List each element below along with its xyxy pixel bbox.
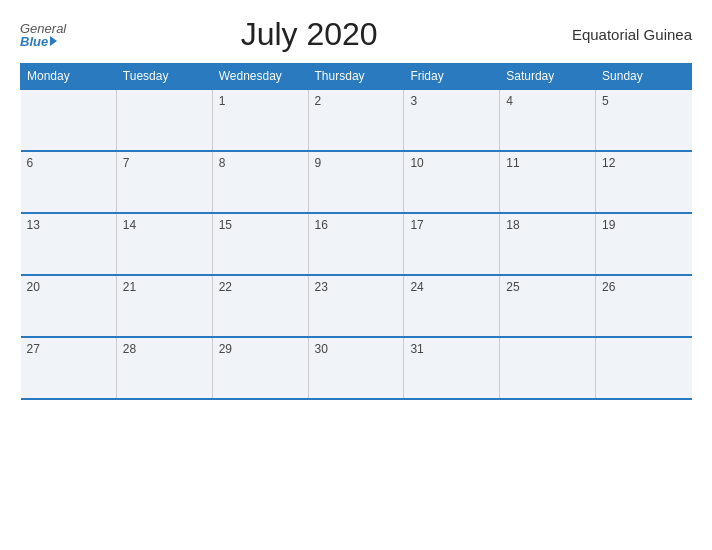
- calendar-day-cell: 25: [500, 275, 596, 337]
- logo: General Blue: [20, 22, 66, 48]
- day-number: 31: [410, 342, 423, 356]
- day-number: 10: [410, 156, 423, 170]
- calendar-day-cell: 5: [596, 89, 692, 151]
- calendar-day-cell: 24: [404, 275, 500, 337]
- day-number: 29: [219, 342, 232, 356]
- day-number: 1: [219, 94, 226, 108]
- weekday-header-cell: Saturday: [500, 64, 596, 90]
- logo-triangle-icon: [50, 36, 57, 46]
- day-number: 18: [506, 218, 519, 232]
- day-number: 28: [123, 342, 136, 356]
- calendar-table: MondayTuesdayWednesdayThursdayFridaySatu…: [20, 63, 692, 400]
- calendar-header: MondayTuesdayWednesdayThursdayFridaySatu…: [21, 64, 692, 90]
- weekday-header-cell: Sunday: [596, 64, 692, 90]
- calendar-day-cell: 21: [116, 275, 212, 337]
- calendar-day-cell: 19: [596, 213, 692, 275]
- calendar-week-row: 6789101112: [21, 151, 692, 213]
- calendar-day-cell: 13: [21, 213, 117, 275]
- day-number: 11: [506, 156, 519, 170]
- weekday-header-cell: Friday: [404, 64, 500, 90]
- day-number: 27: [27, 342, 40, 356]
- day-number: 23: [315, 280, 328, 294]
- day-number: 24: [410, 280, 423, 294]
- calendar-week-row: 13141516171819: [21, 213, 692, 275]
- calendar-day-cell: 8: [212, 151, 308, 213]
- logo-blue-text: Blue: [20, 35, 58, 48]
- day-number: 14: [123, 218, 136, 232]
- calendar-day-cell: 20: [21, 275, 117, 337]
- calendar-day-cell: 18: [500, 213, 596, 275]
- day-number: 3: [410, 94, 417, 108]
- day-number: 16: [315, 218, 328, 232]
- calendar-day-cell: 26: [596, 275, 692, 337]
- day-number: 25: [506, 280, 519, 294]
- weekday-header-cell: Wednesday: [212, 64, 308, 90]
- weekday-header-cell: Tuesday: [116, 64, 212, 90]
- calendar-day-cell: [21, 89, 117, 151]
- day-number: 20: [27, 280, 40, 294]
- logo-general-text: General: [20, 22, 66, 35]
- calendar-day-cell: 2: [308, 89, 404, 151]
- day-number: 13: [27, 218, 40, 232]
- weekday-header-cell: Monday: [21, 64, 117, 90]
- calendar-day-cell: 10: [404, 151, 500, 213]
- day-number: 30: [315, 342, 328, 356]
- calendar-day-cell: [596, 337, 692, 399]
- calendar-day-cell: 22: [212, 275, 308, 337]
- calendar-day-cell: [500, 337, 596, 399]
- day-number: 4: [506, 94, 513, 108]
- calendar-day-cell: 6: [21, 151, 117, 213]
- calendar-title: July 2020: [66, 16, 552, 53]
- weekday-header-cell: Thursday: [308, 64, 404, 90]
- calendar-day-cell: 29: [212, 337, 308, 399]
- day-number: 5: [602, 94, 609, 108]
- page-header: General Blue July 2020 Equatorial Guinea: [20, 16, 692, 53]
- day-number: 21: [123, 280, 136, 294]
- calendar-day-cell: 14: [116, 213, 212, 275]
- calendar-day-cell: 27: [21, 337, 117, 399]
- calendar-day-cell: 1: [212, 89, 308, 151]
- calendar-day-cell: 7: [116, 151, 212, 213]
- calendar-day-cell: 28: [116, 337, 212, 399]
- calendar-day-cell: 17: [404, 213, 500, 275]
- calendar-week-row: 20212223242526: [21, 275, 692, 337]
- day-number: 7: [123, 156, 130, 170]
- calendar-day-cell: 4: [500, 89, 596, 151]
- calendar-day-cell: 31: [404, 337, 500, 399]
- calendar-week-row: 12345: [21, 89, 692, 151]
- day-number: 17: [410, 218, 423, 232]
- calendar-day-cell: 12: [596, 151, 692, 213]
- day-number: 9: [315, 156, 322, 170]
- weekday-header-row: MondayTuesdayWednesdayThursdayFridaySatu…: [21, 64, 692, 90]
- day-number: 6: [27, 156, 34, 170]
- day-number: 8: [219, 156, 226, 170]
- day-number: 26: [602, 280, 615, 294]
- calendar-day-cell: 9: [308, 151, 404, 213]
- calendar-day-cell: 23: [308, 275, 404, 337]
- day-number: 2: [315, 94, 322, 108]
- day-number: 15: [219, 218, 232, 232]
- calendar-body: 1234567891011121314151617181920212223242…: [21, 89, 692, 399]
- calendar-day-cell: 11: [500, 151, 596, 213]
- calendar-day-cell: 15: [212, 213, 308, 275]
- calendar-day-cell: 3: [404, 89, 500, 151]
- calendar-day-cell: 30: [308, 337, 404, 399]
- country-name: Equatorial Guinea: [552, 26, 692, 43]
- calendar-day-cell: [116, 89, 212, 151]
- day-number: 22: [219, 280, 232, 294]
- day-number: 19: [602, 218, 615, 232]
- calendar-week-row: 2728293031: [21, 337, 692, 399]
- calendar-day-cell: 16: [308, 213, 404, 275]
- day-number: 12: [602, 156, 615, 170]
